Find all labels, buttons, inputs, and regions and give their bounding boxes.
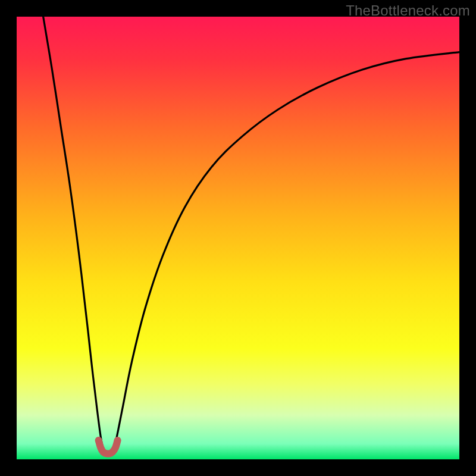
- curve-right-branch: [113, 52, 459, 452]
- curve-left-branch: [43, 17, 104, 452]
- plot-area: [17, 17, 459, 459]
- valley-marker: [99, 440, 118, 454]
- chart-frame: TheBottleneck.com: [0, 0, 476, 476]
- bottleneck-curve: [17, 17, 459, 459]
